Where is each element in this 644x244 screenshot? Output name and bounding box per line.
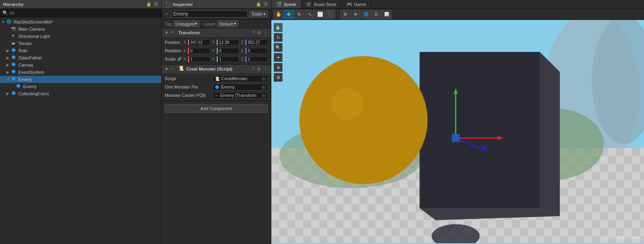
script-field-script-label: Script <box>165 76 213 81</box>
monster-prefab-icon: 🔷 <box>215 85 219 89</box>
tag-dropdown[interactable]: Untagged ▾ <box>174 20 200 27</box>
object-name-input[interactable] <box>171 10 248 18</box>
tree-item-enemy-child[interactable]: 🔷 Enemy <box>0 83 161 90</box>
hierarchy-search-input[interactable] <box>10 11 159 16</box>
scale-x-label: X <box>182 57 187 61</box>
layer-dropdown[interactable]: Default ▾ <box>217 20 238 27</box>
tree-item-terrain[interactable]: ⛰ Terrain <box>0 40 161 47</box>
position-z-label: Z <box>240 40 245 45</box>
script-target-icon[interactable]: ◎ <box>262 76 266 81</box>
inspector-panel: ⬛ Inspector 🔒 ☰ ✓ Static ▾ Tag Unt <box>162 0 271 244</box>
vp-fly-btn[interactable]: ✈ <box>274 53 282 62</box>
script-field-monster: One Monster Pre 🔷 Enemy ◎ <box>165 83 268 91</box>
rotation-x-input[interactable] <box>188 48 210 54</box>
toolbar-transform-group: ✋ ✥ ↻ ⤡ ⬜ ⬛ <box>274 10 335 19</box>
tab-asset-store[interactable]: 🛒 Asset Store <box>301 0 342 8</box>
script-field-script: Script 📜 CreatMonster ◎ <box>165 75 268 82</box>
svg-point-15 <box>299 56 427 184</box>
root-icon: 🌐 <box>6 19 12 25</box>
transform-tool-btn[interactable]: ⬛ <box>326 10 335 19</box>
tree-item-canvas[interactable]: ▶ 🔷 Canvas <box>0 61 161 69</box>
gizmo-btn[interactable]: 📊 <box>382 10 391 19</box>
transform-header[interactable]: ▼ ↔ Transform ? ⚙ ⋮ <box>162 28 271 37</box>
add-component-button[interactable]: Add Component <box>165 104 268 113</box>
hierarchy-panel: Hierarchy 🔒 ☰ 🔍 ▼ 🌐 RayShotScreenMid* 📷 … <box>0 0 162 244</box>
inspector-menu-icon[interactable]: ☰ <box>264 2 268 7</box>
vp-orbit-btn[interactable]: ↻ <box>274 33 282 42</box>
script-settings-icon[interactable]: ⚙ <box>257 67 261 72</box>
scale-z-input[interactable] <box>245 56 268 62</box>
pivot-btn[interactable]: ⊕ <box>351 10 360 19</box>
tree-item-collectingcoins[interactable]: ▶ 🔷 CollectingCoins <box>0 90 161 97</box>
transform-settings-icon[interactable]: ⚙ <box>257 30 261 35</box>
tree-item-eventsystem[interactable]: ▶ 🔷 EventSystem <box>0 69 161 76</box>
emeny-label: Emeny <box>18 77 32 82</box>
vp-extra-btn[interactable]: ⊞ <box>274 73 282 82</box>
transform-menu-icon[interactable]: ⋮ <box>263 30 268 35</box>
menu-icon[interactable]: ☰ <box>154 2 158 7</box>
object-active-checkbox[interactable]: ✓ <box>165 11 169 17</box>
watermark: CSDN @莫于leosq <box>603 235 641 241</box>
vp-zoom-btn[interactable]: 🔍 <box>274 43 282 52</box>
tab-game[interactable]: 🎮 Game <box>342 0 371 8</box>
script-header[interactable]: ▼ ✓ 📜 Creat Monster (Script) ? ⚙ ⋮ <box>162 65 271 73</box>
terrain-icon: ⛰ <box>11 41 17 46</box>
hierarchy-tree: ▼ 🌐 RayShotScreenMid* 📷 Main Camera ☀ Di… <box>0 18 161 244</box>
position-y-input[interactable] <box>217 39 239 45</box>
hierarchy-header-icons: 🔒 ☰ <box>146 2 158 7</box>
hierarchy-header: Hierarchy 🔒 ☰ <box>0 0 161 9</box>
hierarchy-root-item[interactable]: ▼ 🌐 RayShotScreenMid* <box>0 18 161 26</box>
tag-label: Tag <box>165 22 172 26</box>
scale-label: Scale <box>165 57 177 61</box>
emeny-icon: 🔷 <box>11 77 17 82</box>
layer-arrow-icon: ▾ <box>234 21 236 26</box>
terrain-label: Terrain <box>18 41 32 46</box>
scene-viewport[interactable]: ✋ ↻ 🔍 ✈ ⊕ ⊞ CSDN @莫于leosq <box>271 20 644 244</box>
rotation-z-label: Z <box>240 48 245 53</box>
tree-item-zidanfather[interactable]: ▶ 🔷 ZidanFather <box>0 54 161 61</box>
scene-background <box>271 20 644 243</box>
scale-tool-btn[interactable]: ⤡ <box>305 10 314 19</box>
rect-tool-btn[interactable]: ⬜ <box>315 10 325 19</box>
snap-btn[interactable]: ⊡ <box>371 10 381 19</box>
rotation-label: Rotation <box>165 48 182 53</box>
grid2d-btn[interactable]: ⊞ <box>340 10 350 19</box>
inspector-lock-icon[interactable]: 🔒 <box>256 2 261 7</box>
position-z-input[interactable] <box>245 39 268 45</box>
script-menu-icon[interactable]: ⋮ <box>263 67 268 72</box>
tree-item-directional-light[interactable]: ☀ Directional Light <box>0 33 161 40</box>
position-x-input[interactable] <box>188 39 210 45</box>
lock-icon[interactable]: 🔒 <box>146 2 152 7</box>
tree-item-main-camera[interactable]: 📷 Main Camera <box>0 26 161 33</box>
canvas-arrow: ▶ <box>6 63 11 67</box>
emeny-arrow: ▼ <box>6 77 11 81</box>
toolbar-separator-1 <box>338 10 338 18</box>
vp-hand-btn[interactable]: ✋ <box>274 23 282 32</box>
move-tool-btn[interactable]: ✥ <box>284 10 294 19</box>
script-file-icon: 📜 <box>215 77 219 81</box>
scale-y-input[interactable] <box>217 56 239 62</box>
monster-target-icon[interactable]: ◎ <box>262 85 266 90</box>
script-help-icon[interactable]: ? <box>252 67 255 72</box>
script-checkbox[interactable]: ✓ <box>170 66 177 72</box>
static-dropdown[interactable]: Static ▾ <box>249 11 268 18</box>
script-field-script-value: 📜 CreatMonster ◎ <box>213 75 268 82</box>
center-target-icon[interactable]: ◎ <box>262 93 266 98</box>
rotation-z-input[interactable] <box>245 48 268 54</box>
scale-x-input[interactable] <box>188 56 210 62</box>
viewport-tools: ✋ ↻ 🔍 ✈ ⊕ ⊞ <box>274 23 282 82</box>
vp-gizmo-btn[interactable]: ⊕ <box>274 63 282 72</box>
transform-help-icon[interactable]: ? <box>252 30 255 35</box>
tree-item-emeny[interactable]: ▼ 🔷 Emeny <box>0 76 161 83</box>
tab-scene[interactable]: 🎬 Scene <box>271 0 301 8</box>
center-value-text: Emeny (Transform <box>220 93 257 98</box>
global-btn[interactable]: 🌐 <box>361 10 371 19</box>
rotate-tool-btn[interactable]: ↻ <box>294 10 304 19</box>
inspector-title: Inspector <box>173 2 256 7</box>
rotation-y-input[interactable] <box>217 48 239 54</box>
canvas-label: Canvas <box>18 63 33 67</box>
search-icon: 🔍 <box>2 10 8 16</box>
tree-item-role[interactable]: ▶ 🔷 Role <box>0 47 161 54</box>
tag-arrow-icon: ▾ <box>195 21 198 26</box>
hand-tool-btn[interactable]: ✋ <box>274 10 283 19</box>
